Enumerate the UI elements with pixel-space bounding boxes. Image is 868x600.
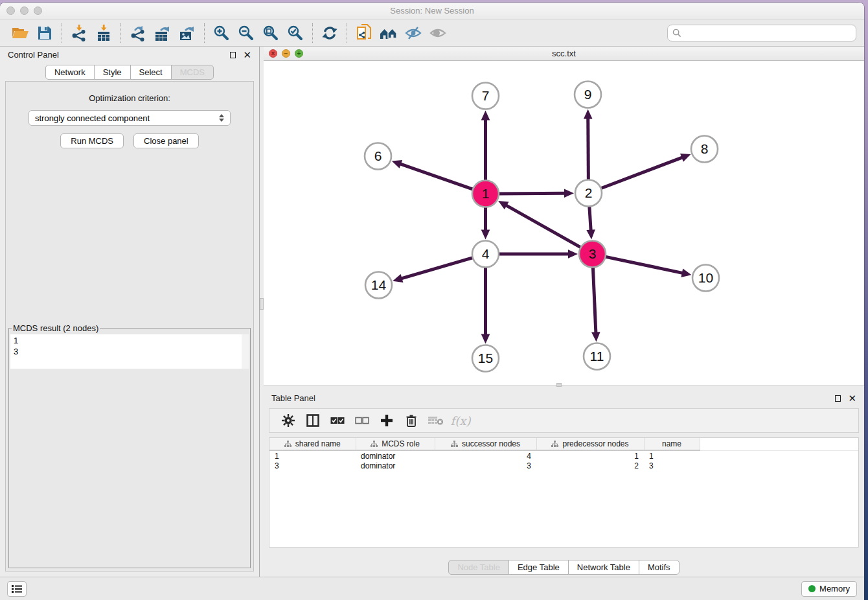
network-minimize-icon[interactable]: − <box>282 49 290 58</box>
search-input[interactable] <box>685 28 851 38</box>
memory-button[interactable]: Memory <box>801 581 857 597</box>
network-close-icon[interactable]: × <box>269 49 277 58</box>
tab-motifs[interactable]: Motifs <box>639 560 680 575</box>
deselect-all-columns-button[interactable] <box>350 410 374 431</box>
task-history-button[interactable] <box>7 581 27 597</box>
graph-edge-3-11[interactable] <box>591 265 600 341</box>
tab-network[interactable]: Network <box>45 65 95 80</box>
float-panel-icon[interactable] <box>835 395 841 402</box>
tab-edge-table[interactable]: Edge Table <box>508 560 569 575</box>
select-all-columns-button[interactable] <box>325 410 350 431</box>
close-panel-icon[interactable]: ✕ <box>848 395 856 402</box>
graph-node-2[interactable]: 2 <box>575 180 602 207</box>
table-cell[interactable]: 1 <box>269 450 356 461</box>
close-panel-icon[interactable]: ✕ <box>243 52 251 58</box>
splitter-grip[interactable] <box>556 383 562 387</box>
tab-network-table[interactable]: Network Table <box>568 560 639 575</box>
graph-edge-2-9[interactable] <box>584 109 593 181</box>
graph-edge-4-15[interactable] <box>481 266 490 344</box>
import-network-button[interactable] <box>67 22 91 44</box>
table-cell[interactable]: 3 <box>644 461 700 471</box>
graph-node-15[interactable]: 15 <box>472 345 499 372</box>
network-canvas[interactable]: 7968124314101511 <box>264 61 864 386</box>
result-scrollbar[interactable] <box>242 334 249 369</box>
vertical-splitter[interactable] <box>259 47 264 577</box>
mcds-result-list[interactable]: 1 3 <box>10 334 249 369</box>
table-cell[interactable]: 1 <box>644 450 700 461</box>
zoom-in-button[interactable] <box>209 22 234 44</box>
float-panel-icon[interactable] <box>230 52 236 58</box>
save-floppy-icon <box>37 25 52 41</box>
graph-edge-1-2[interactable] <box>497 189 574 198</box>
tab-select[interactable]: Select <box>130 65 172 80</box>
delete-column-button[interactable] <box>399 410 424 431</box>
save-session-button[interactable] <box>32 22 57 44</box>
zoom-selected-button[interactable] <box>283 22 308 44</box>
search-field[interactable] <box>667 25 856 41</box>
graph-node-9[interactable]: 9 <box>575 82 601 108</box>
network-maximize-icon[interactable]: + <box>295 49 303 58</box>
tab-mcds[interactable]: MCDS <box>171 65 214 80</box>
table-cell-filler <box>700 450 858 461</box>
zoom-fit-button[interactable] <box>258 22 283 44</box>
run-mcds-button[interactable]: Run MCDS <box>60 133 124 148</box>
graph-node-6[interactable]: 6 <box>365 143 391 170</box>
attribute-tree-icon <box>451 441 458 448</box>
hide-selected-button[interactable] <box>401 22 426 44</box>
export-image-button[interactable] <box>175 22 200 44</box>
table-cell[interactable]: 3 <box>269 461 356 471</box>
graph-edge-3-10[interactable] <box>604 257 692 277</box>
graph-node-14[interactable]: 14 <box>365 272 392 299</box>
graph-edge-1-6[interactable] <box>392 160 475 190</box>
homes-button[interactable] <box>376 22 401 44</box>
table-cell[interactable]: dominator <box>356 461 435 471</box>
tab-node-table[interactable]: Node Table <box>448 560 509 575</box>
table-cell[interactable]: dominator <box>356 450 435 461</box>
function-builder-button-disabled: f(x) <box>448 410 473 431</box>
table-cell[interactable]: 2 <box>536 461 644 471</box>
horizontal-splitter[interactable] <box>264 386 864 390</box>
column-header-predecessor-nodes[interactable]: predecessor nodes <box>536 438 644 450</box>
table-row[interactable]: 1dominator411 <box>269 450 858 461</box>
table-cell[interactable]: 3 <box>435 461 536 471</box>
graph-node-3[interactable]: 3 <box>579 241 606 268</box>
network-view-title: scc.txt <box>552 49 576 58</box>
create-column-button[interactable] <box>374 410 399 431</box>
open-session-button[interactable] <box>8 22 32 44</box>
table-row[interactable]: 3dominator323 <box>269 461 858 471</box>
graph-edge-2-8[interactable] <box>599 154 691 189</box>
import-table-button[interactable] <box>91 22 116 44</box>
tab-style[interactable]: Style <box>94 65 131 80</box>
graph-edge-2-3[interactable] <box>586 204 595 239</box>
graph-edge-1-7[interactable] <box>481 111 490 183</box>
graph-edge-3-1[interactable] <box>498 201 582 248</box>
graph-node-11[interactable]: 11 <box>584 343 610 370</box>
export-table-button[interactable] <box>150 22 175 44</box>
show-hidden-button[interactable] <box>426 22 450 44</box>
graph-node-1[interactable]: 1 <box>472 181 499 207</box>
graph-edge-1-4[interactable] <box>481 205 490 240</box>
export-network-button[interactable] <box>126 22 150 44</box>
graph-node-4[interactable]: 4 <box>472 241 499 268</box>
criterion-dropdown[interactable]: strongly connected component <box>29 110 231 126</box>
close-panel-button[interactable]: Close panel <box>133 133 199 148</box>
apply-layout-button[interactable] <box>317 22 342 44</box>
close-window-icon[interactable] <box>6 6 15 15</box>
column-header-successor-nodes[interactable]: successor nodes <box>435 438 536 450</box>
column-selector-button[interactable] <box>301 410 325 431</box>
minimize-window-icon[interactable] <box>20 6 29 15</box>
graph-node-7[interactable]: 7 <box>472 83 499 110</box>
table-cell[interactable]: 4 <box>435 450 536 461</box>
graph-edge-4-14[interactable] <box>393 257 475 283</box>
graph-node-10[interactable]: 10 <box>692 265 719 292</box>
column-header-shared-name[interactable]: shared name <box>269 438 356 450</box>
graph-node-8[interactable]: 8 <box>691 136 718 163</box>
table-settings-button[interactable] <box>276 410 301 431</box>
column-header-name[interactable]: name <box>644 438 700 450</box>
zoom-window-icon[interactable] <box>34 6 42 15</box>
clone-network-button[interactable] <box>352 22 376 44</box>
column-header-MCDS-role[interactable]: MCDS role <box>356 438 435 450</box>
table-cell[interactable]: 1 <box>536 450 644 461</box>
graph-edge-4-3[interactable] <box>497 249 578 259</box>
zoom-out-button[interactable] <box>234 22 258 44</box>
